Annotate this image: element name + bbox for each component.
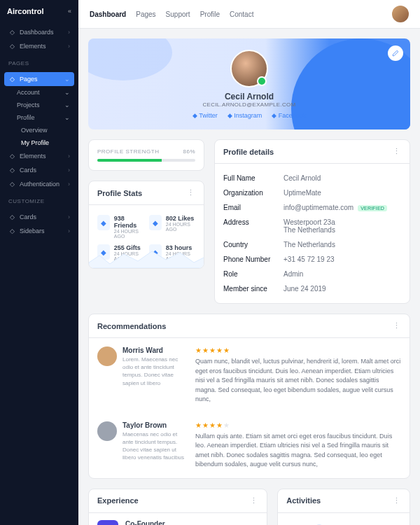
detail-row: RoleAdmin bbox=[223, 267, 401, 281]
company-icon: ▮ bbox=[97, 520, 118, 526]
twitter-icon: ◆ bbox=[192, 112, 197, 119]
sidebar-item-authentication[interactable]: ◇Authentication› bbox=[0, 177, 78, 191]
chevron-icon: › bbox=[68, 181, 70, 188]
sidebar: Aircontrol « ◇Dashboards›◇Elements› PAGE… bbox=[0, 0, 78, 525]
detail-row: Full NameCecil Arnold bbox=[223, 171, 401, 186]
activity-item: 13:48●Published a post about building th… bbox=[286, 520, 401, 526]
experience-item: ▮Co-FounderUPTIMEMATE · SELF-EMPLOYEDJan… bbox=[97, 520, 258, 526]
star-rating: ★★★★★ bbox=[195, 346, 401, 354]
chevron-down-icon: ⌄ bbox=[64, 102, 70, 108]
user-avatar[interactable] bbox=[392, 6, 409, 22]
recommendations-card: Recommendations ⋮ Morris WardLorem. Maec… bbox=[88, 314, 410, 479]
profile-name: Cecil Arnold bbox=[225, 92, 274, 102]
topnav-support[interactable]: Support bbox=[166, 10, 190, 18]
exp-title: Experience bbox=[97, 496, 139, 505]
stat-item: ◆938 Friends24 HOURS AGO bbox=[97, 215, 144, 239]
stats-more-icon[interactable]: ⋮ bbox=[187, 188, 195, 197]
topnav-pages[interactable]: Pages bbox=[136, 10, 155, 18]
nav-icon: ◇ bbox=[8, 43, 15, 50]
nav-icon: ◇ bbox=[8, 29, 15, 36]
sidebar-item-cards[interactable]: ◇Cards› bbox=[0, 210, 78, 224]
social-twitter[interactable]: ◆ Twitter bbox=[192, 112, 218, 119]
instagram-icon: ◆ bbox=[227, 112, 232, 119]
chevron-right-icon: › bbox=[68, 43, 70, 50]
verified-badge: VERIFIED bbox=[358, 205, 387, 211]
detail-row: AddressWesterpoort 23aThe Netherlands bbox=[223, 215, 401, 237]
sidebar-sub-overview[interactable]: Overview bbox=[0, 124, 78, 136]
detail-row: Emailinfo@uptimemate.comVERIFIED bbox=[223, 200, 401, 215]
activities-card: Activities ⋮ 13:48●Published a post abou… bbox=[277, 489, 410, 526]
heart-icon: ◆ bbox=[149, 215, 162, 230]
recommendation-item: Morris WardLorem. Maecenas nec odio et a… bbox=[89, 338, 410, 413]
sidebar-sub-profile[interactable]: Profile⌄ bbox=[0, 111, 78, 124]
detail-row: Member sinceJune 24 2019 bbox=[223, 281, 401, 296]
topnav-dashboard[interactable]: Dashboard bbox=[90, 10, 126, 18]
sidebar-collapse-icon[interactable]: « bbox=[68, 8, 71, 15]
recs-title: Recommendations bbox=[97, 322, 166, 330]
facebook-icon: ◆ bbox=[272, 112, 276, 119]
sidebar-item-sidebars[interactable]: ◇Sidebars› bbox=[0, 224, 78, 238]
nav-icon: ◇ bbox=[8, 167, 15, 174]
rec-avatar bbox=[97, 346, 117, 366]
profile-hero: Cecil Arnold CECIL.ARNOLD@EXAMPLE.COM ◆ … bbox=[88, 38, 410, 130]
nav-heading-customize: CUSTOMIZE bbox=[0, 194, 78, 207]
chevron-down-icon: ⌄ bbox=[64, 89, 70, 96]
detail-row: OrganizationUptimeMate bbox=[223, 186, 401, 200]
sidebar-item-pages[interactable]: ◇Pages⌄ bbox=[4, 72, 74, 86]
details-title: Profile details bbox=[223, 148, 274, 156]
chevron-right-icon: › bbox=[68, 214, 70, 220]
strength-bar bbox=[97, 159, 162, 162]
sidebar-sub-projects[interactable]: Projects⌄ bbox=[0, 99, 78, 111]
experience-card: Experience ⋮ ▮Co-FounderUPTIMEMATE · SEL… bbox=[88, 489, 267, 526]
sidebar-item-dashboards[interactable]: ◇Dashboards› bbox=[0, 25, 78, 39]
profile-stats-card: Profile Stats ⋮ ◆938 Friends24 HOURS AGO… bbox=[88, 181, 204, 269]
details-more-icon[interactable]: ⋮ bbox=[393, 147, 401, 156]
chevron-icon: ⌄ bbox=[64, 76, 70, 83]
social-instagram[interactable]: ◆ Instagram bbox=[227, 112, 262, 119]
topbar: DashboardPagesSupportProfileContact bbox=[78, 0, 420, 29]
nav-icon: ◇ bbox=[8, 76, 15, 83]
users-icon: ◆ bbox=[97, 215, 110, 230]
exp-more-icon[interactable]: ⋮ bbox=[250, 496, 258, 505]
nav-heading-pages: PAGES bbox=[0, 56, 78, 69]
chevron-icon: › bbox=[68, 167, 70, 174]
stats-title: Profile Stats bbox=[97, 189, 142, 197]
top-nav: DashboardPagesSupportProfileContact bbox=[90, 10, 253, 18]
recommendation-item: Taylor BrownMaecenas nec odio et ante ti… bbox=[89, 413, 410, 478]
chevron-down-icon: ⌄ bbox=[64, 114, 70, 121]
edit-profile-button[interactable] bbox=[388, 46, 403, 61]
nav-icon: ◇ bbox=[8, 214, 15, 220]
detail-row: CountryThe Netherlands bbox=[223, 237, 401, 252]
strength-label: PROFILE STRENGTH bbox=[97, 148, 159, 155]
sidebar-sub-my-profile[interactable]: My Profile bbox=[0, 136, 78, 149]
strength-value: 86% bbox=[183, 148, 195, 155]
stat-item: ◆802 Likes24 HOURS AGO bbox=[149, 215, 195, 239]
nav-icon: ◇ bbox=[8, 153, 15, 160]
chevron-icon: › bbox=[68, 153, 70, 160]
chevron-right-icon: › bbox=[68, 227, 70, 234]
act-title: Activities bbox=[286, 496, 321, 505]
sidebar-sub-account[interactable]: Account⌄ bbox=[0, 86, 78, 99]
profile-avatar bbox=[230, 50, 268, 88]
detail-row: Phone Number+31 45 72 19 23 bbox=[223, 252, 401, 267]
brand-logo: Aircontrol bbox=[7, 7, 44, 15]
profile-email: CECIL.ARNOLD@EXAMPLE.COM bbox=[202, 102, 295, 108]
sidebar-item-cards[interactable]: ◇Cards› bbox=[0, 163, 78, 177]
profile-strength-card: PROFILE STRENGTH 86% bbox=[88, 139, 204, 171]
star-rating: ★★★★★ bbox=[195, 421, 401, 429]
chevron-right-icon: › bbox=[68, 29, 70, 36]
sidebar-item-elements[interactable]: ◇Elements› bbox=[0, 39, 78, 53]
topnav-contact[interactable]: Contact bbox=[230, 10, 253, 18]
nav-icon: ◇ bbox=[8, 181, 15, 188]
social-facebook[interactable]: ◆ Facebook bbox=[272, 112, 306, 119]
sidebar-item-elements[interactable]: ◇Elements› bbox=[0, 149, 78, 163]
rec-avatar bbox=[97, 421, 117, 441]
nav-icon: ◇ bbox=[8, 227, 15, 234]
profile-details-card: Profile details ⋮ Full NameCecil ArnoldO… bbox=[214, 139, 410, 304]
act-more-icon[interactable]: ⋮ bbox=[393, 496, 401, 505]
topnav-profile[interactable]: Profile bbox=[200, 10, 220, 18]
recs-more-icon[interactable]: ⋮ bbox=[393, 321, 401, 330]
